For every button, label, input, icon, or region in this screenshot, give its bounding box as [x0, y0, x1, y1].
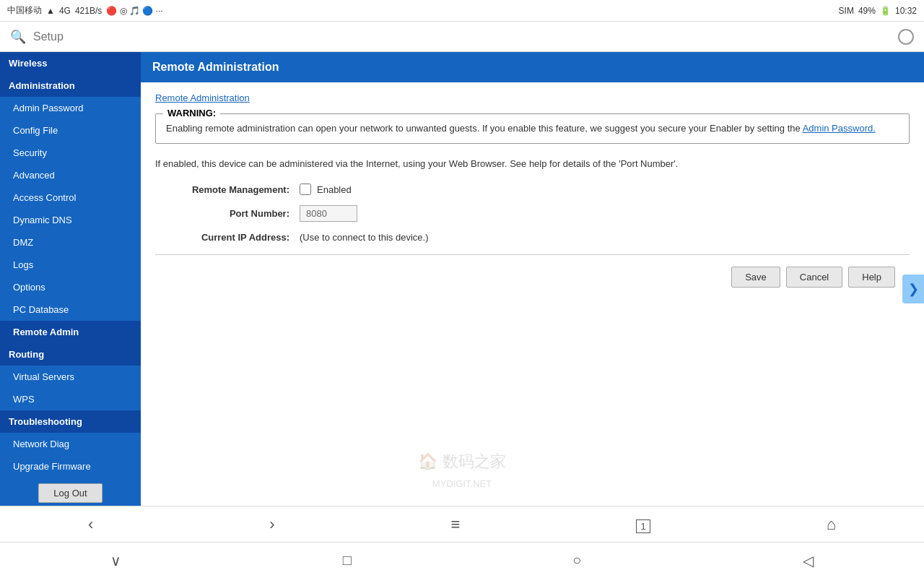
down-button[interactable]: ∨ — [96, 548, 136, 574]
help-button[interactable]: Help — [848, 267, 895, 288]
circle-button[interactable]: ○ — [558, 548, 596, 573]
sidebar-item-pc-database[interactable]: PC Database — [0, 298, 141, 321]
remote-management-value: Enabled — [300, 184, 352, 195]
content-area: Remote Administration Remote Administrat… — [141, 52, 924, 506]
bottom-nav2: ∨ □ ○ ◁ — [0, 542, 924, 578]
form-divider — [155, 254, 910, 255]
sidebar-item-wps[interactable]: WPS — [0, 388, 141, 410]
port-number-input[interactable] — [300, 205, 357, 222]
float-icon: ❯ — [908, 281, 919, 297]
button-row: Save Cancel Help — [155, 267, 910, 288]
sidebar-item-security[interactable]: Security — [0, 142, 141, 164]
warning-text-content: Enabling remote administration can open … — [166, 123, 801, 134]
tab-button[interactable]: 1 — [622, 511, 664, 538]
current-ip-text: (Use to connect to this device.) — [300, 232, 428, 243]
search-bar: 🔍 — [0, 22, 924, 52]
content-body: Remote Administration WARNING: Enabling … — [141, 82, 924, 298]
warning-legend: WARNING: — [163, 108, 220, 118]
sidebar-item-administration[interactable]: Administration — [0, 74, 141, 97]
back-button[interactable]: ‹ — [74, 511, 108, 538]
sidebar-item-dmz[interactable]: DMZ — [0, 231, 141, 254]
sidebar-item-network-diag[interactable]: Network Diag — [0, 433, 141, 455]
current-ip-row: Current IP Address: (Use to connect to t… — [155, 232, 910, 243]
sidebar-item-access-control[interactable]: Access Control — [0, 186, 141, 209]
search-icon: 🔍 — [10, 29, 26, 45]
status-right: SIM 49% 🔋 10:32 — [839, 6, 917, 16]
enabled-label: Enabled — [317, 184, 352, 195]
notification-icons: 🔴 ◎ 🎵 🔵 ··· — [106, 6, 162, 16]
sidebar-item-virtual-servers[interactable]: Virtual Servers — [0, 366, 141, 388]
sidebar-item-upgrade-firmware[interactable]: Upgrade Firmware — [0, 455, 141, 478]
port-number-row: Port Number: — [155, 205, 910, 222]
sidebar-item-remote-admin[interactable]: Remote Admin — [0, 321, 141, 343]
speed-text: 421B/s — [75, 6, 102, 16]
logout-button[interactable]: Log Out — [38, 483, 102, 503]
sidebar-item-logs[interactable]: Logs — [0, 254, 141, 276]
bottom-nav: ‹ › ≡ 1 ⌂ — [0, 506, 924, 542]
current-ip-value: (Use to connect to this device.) — [300, 232, 428, 243]
sidebar-item-admin-password[interactable]: Admin Password — [0, 97, 141, 119]
signal-type: 4G — [59, 6, 71, 16]
triangle-button[interactable]: ◁ — [788, 548, 828, 574]
float-button[interactable]: ❯ — [902, 275, 924, 303]
status-left: 中国移动 ▲ 4G 421B/s 🔴 ◎ 🎵 🔵 ··· — [7, 4, 163, 17]
sidebar: Wireless Administration Admin Password C… — [0, 52, 141, 506]
warning-text: Enabling remote administration can open … — [166, 121, 899, 136]
sim-icon: SIM — [839, 6, 854, 16]
tab-count: 1 — [636, 519, 650, 533]
sidebar-item-routing[interactable]: Routing — [0, 343, 141, 366]
page-title: Remote Administration — [152, 61, 279, 73]
admin-password-link[interactable]: Admin Password. — [803, 123, 876, 134]
sidebar-item-options[interactable]: Options — [0, 276, 141, 298]
home-button[interactable]: ⌂ — [812, 511, 850, 538]
save-button[interactable]: Save — [731, 267, 780, 288]
status-bar: 中国移动 ▲ 4G 421B/s 🔴 ◎ 🎵 🔵 ··· SIM 49% 🔋 1… — [0, 0, 924, 22]
info-text: If enabled, this device can be administe… — [155, 157, 910, 171]
current-ip-label: Current IP Address: — [155, 232, 300, 243]
sidebar-item-advanced[interactable]: Advanced — [0, 164, 141, 186]
carrier-text: 中国移动 — [7, 4, 42, 17]
signal-icon: ▲ — [46, 6, 55, 16]
forward-button[interactable]: › — [255, 511, 289, 538]
sidebar-item-troubleshooting[interactable]: Troubleshooting — [0, 410, 141, 433]
remote-management-row: Remote Management: Enabled — [155, 184, 910, 195]
warning-box: WARNING: Enabling remote administration … — [155, 113, 910, 144]
square-button[interactable]: □ — [328, 548, 366, 573]
enabled-checkbox[interactable] — [300, 184, 311, 195]
battery-icon: 🔋 — [880, 6, 891, 16]
remote-management-label: Remote Management: — [155, 184, 300, 195]
cancel-button[interactable]: Cancel — [786, 267, 842, 288]
sidebar-item-dynamic-dns[interactable]: Dynamic DNS — [0, 209, 141, 231]
content-subtitle[interactable]: Remote Administration — [155, 92, 910, 103]
sidebar-item-wireless[interactable]: Wireless — [0, 52, 141, 74]
main-layout: Wireless Administration Admin Password C… — [0, 52, 924, 506]
menu-button[interactable]: ≡ — [437, 511, 475, 538]
content-header: Remote Administration — [141, 52, 924, 82]
battery-text: 49% — [858, 6, 876, 16]
search-input[interactable] — [33, 30, 891, 43]
port-number-value — [300, 205, 357, 222]
port-number-label: Port Number: — [155, 208, 300, 219]
sidebar-item-config-file[interactable]: Config File — [0, 119, 141, 142]
sidebar-logout: Log Out — [0, 478, 141, 506]
circle-icon — [898, 29, 914, 45]
time-text: 10:32 — [895, 6, 917, 16]
